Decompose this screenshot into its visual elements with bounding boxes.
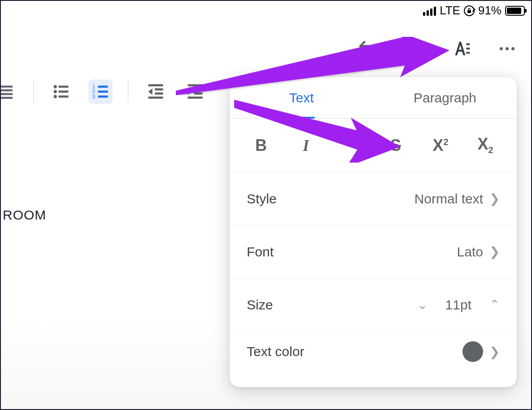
increase-indent-button[interactable] [183, 79, 207, 104]
document-body-text[interactable]: ROOM [3, 207, 46, 223]
size-value: 11pt [445, 297, 471, 313]
svg-rect-5 [0, 89, 13, 91]
svg-rect-27 [188, 97, 203, 99]
network-label: LTE [440, 4, 460, 18]
rotation-lock-icon [464, 5, 475, 16]
size-label: Size [247, 297, 273, 313]
svg-rect-1 [466, 44, 470, 45]
superscript-button[interactable]: X2 [427, 136, 454, 155]
tab-paragraph[interactable]: Paragraph [373, 77, 517, 118]
subscript-exp: 2 [488, 145, 493, 155]
text-color-row[interactable]: Text color ❯ [230, 331, 517, 372]
size-decrease-button[interactable]: ⌄ [417, 297, 427, 312]
font-row[interactable]: Font Lato ❯ [230, 225, 517, 278]
svg-rect-11 [59, 86, 69, 88]
svg-rect-21 [155, 88, 163, 91]
svg-point-9 [54, 90, 57, 93]
chevron-right-icon: ❯ [489, 344, 500, 359]
status-bar: LTE 91% [423, 4, 525, 18]
style-label: Style [247, 191, 277, 207]
strikethrough-button[interactable]: S [382, 136, 409, 155]
signal-icon [423, 6, 436, 16]
svg-rect-13 [59, 96, 69, 98]
text-format-button[interactable] [449, 38, 471, 59]
battery-icon [505, 6, 525, 16]
more-button[interactable] [496, 38, 518, 59]
svg-rect-20 [148, 84, 163, 87]
separator [128, 81, 128, 102]
chevron-right-icon: ❯ [489, 191, 500, 206]
more-icon [500, 47, 515, 50]
svg-rect-23 [148, 97, 163, 99]
text-style-row: B I U S X2 X2 [230, 119, 517, 172]
size-increase-button[interactable]: ⌃ [489, 297, 500, 312]
svg-rect-2 [466, 48, 470, 49]
subscript-button[interactable]: X2 [472, 135, 499, 155]
svg-rect-19 [98, 96, 108, 98]
svg-point-10 [54, 95, 57, 98]
format-tabs: Text Paragraph [230, 77, 517, 119]
superscript-exp: 2 [443, 137, 448, 147]
chevron-right-icon: ❯ [489, 244, 500, 259]
font-label: Font [247, 244, 274, 260]
bold-button[interactable]: B [248, 136, 275, 155]
svg-rect-24 [188, 84, 203, 87]
svg-rect-26 [194, 93, 202, 95]
battery-percent: 91% [478, 4, 501, 18]
svg-rect-4 [0, 86, 13, 88]
svg-rect-3 [466, 52, 470, 54]
svg-text:3: 3 [92, 94, 95, 99]
separator [33, 81, 34, 102]
svg-rect-22 [155, 93, 163, 95]
redo-button[interactable] [403, 38, 424, 59]
svg-rect-18 [98, 91, 108, 93]
top-actions [356, 38, 518, 59]
svg-rect-25 [194, 88, 202, 91]
tab-text[interactable]: Text [230, 77, 373, 118]
align-justify-button[interactable] [0, 79, 18, 104]
subscript-x: X [477, 135, 488, 153]
text-color-label: Text color [247, 344, 304, 359]
size-row: Size ⌄ 11pt ⌃ [230, 278, 517, 331]
svg-rect-17 [98, 86, 108, 88]
decrease-indent-button[interactable] [144, 79, 168, 104]
font-value: Lato [457, 244, 483, 260]
format-panel: Text Paragraph B I U S X2 X2 Style Norma… [230, 77, 517, 387]
svg-rect-0 [467, 10, 471, 13]
svg-rect-7 [0, 97, 13, 99]
numbered-list-button[interactable]: 123 [88, 79, 113, 104]
style-value: Normal text [414, 191, 483, 207]
superscript-x: X [432, 136, 443, 154]
style-row[interactable]: Style Normal text ❯ [230, 172, 517, 225]
svg-point-8 [54, 85, 57, 88]
undo-button[interactable] [356, 38, 378, 59]
text-color-swatch [462, 341, 483, 362]
italic-button[interactable]: I [292, 136, 319, 155]
bulleted-list-button[interactable] [49, 79, 73, 104]
svg-rect-6 [0, 93, 13, 95]
svg-rect-12 [59, 91, 69, 93]
secondary-toolbar: 123 [1, 79, 207, 104]
